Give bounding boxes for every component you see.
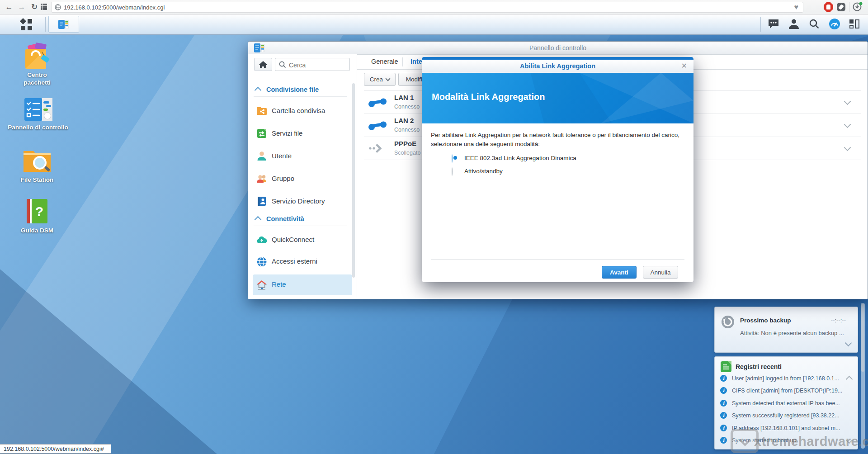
browser-url-bar[interactable]: 192.168.0.102:5000/webman/index.cgi ♥ xyxy=(51,2,803,13)
browser-back-icon[interactable]: ← xyxy=(4,2,14,12)
chevron-down-icon[interactable] xyxy=(844,98,851,105)
tab-general[interactable]: Generale xyxy=(371,58,398,65)
pppoe-icon xyxy=(368,142,387,154)
main-menu-button[interactable] xyxy=(14,16,40,32)
icon-label[interactable]: Guida DSM xyxy=(5,227,69,235)
chevron-down-icon[interactable] xyxy=(845,340,852,347)
feedly-extension-icon[interactable] xyxy=(837,3,845,11)
home-button[interactable] xyxy=(254,58,272,71)
user-menu-button[interactable] xyxy=(788,19,799,31)
create-button[interactable]: Crea xyxy=(364,73,396,86)
dialog-description: Per abilitare Link Aggregation per la ne… xyxy=(431,131,689,149)
browser-forward-icon[interactable]: → xyxy=(16,2,27,12)
interface-status: Connesso xyxy=(394,127,420,133)
control-panel-icon xyxy=(24,98,53,121)
external-access-icon xyxy=(256,256,268,268)
sidebar-scrollbar[interactable] xyxy=(352,83,355,278)
download-extension-icon[interactable] xyxy=(853,2,863,12)
sidebar-item-directory-service[interactable]: Servizio Directory xyxy=(248,190,357,212)
dialog-titlebar[interactable]: Abilita Link Aggregation ✕ xyxy=(422,60,693,73)
sidebar-section-label[interactable]: Condivisione file xyxy=(266,86,319,93)
bookmark-heart-icon[interactable]: ♥ xyxy=(794,3,799,11)
search-icon xyxy=(279,61,286,68)
window-sidebar: Condivisione file Cartella condivisa Ser… xyxy=(248,54,357,298)
logs-icon xyxy=(720,361,732,373)
browser-reload-icon[interactable]: ↻ xyxy=(29,2,40,12)
chevron-down-icon[interactable] xyxy=(844,121,851,128)
widget-panel-scrollbar[interactable] xyxy=(861,303,865,449)
log-text: User [admin] logged in from [192.168.0.1… xyxy=(732,375,839,382)
window-titlebar[interactable]: Pannello di controllo ? – □ ✕ xyxy=(248,42,868,55)
adblock-extension-icon[interactable] xyxy=(824,2,833,12)
package-center-icon xyxy=(23,43,52,71)
radio-label[interactable]: Attivo/standby xyxy=(464,168,503,175)
backup-widget-title: Prossimo backup xyxy=(740,317,791,324)
backup-next-time: --:--:-- xyxy=(831,317,846,324)
log-text: System detected that external IP has bee… xyxy=(732,400,840,407)
sidebar-item-network-selected[interactable]: Rete xyxy=(253,274,352,295)
browser-status-tooltip: 192.168.0.102:5000/webman/index.cgi# xyxy=(0,444,111,454)
lan-link-icon xyxy=(368,97,387,108)
sidebar-item-label[interactable]: Gruppo xyxy=(272,175,294,182)
radio-label[interactable]: IEEE 802.3ad Link Aggregation Dinamica xyxy=(464,155,576,161)
cancel-button[interactable]: Annulla xyxy=(643,266,678,279)
radio-option-active-standby[interactable]: Attivo/standby xyxy=(452,168,453,176)
sidebar-section-label[interactable]: Connettività xyxy=(266,215,304,222)
sidebar-item-label[interactable]: Rete xyxy=(272,280,286,288)
home-icon xyxy=(259,61,268,69)
interface-status: Scollegato xyxy=(394,150,420,156)
chevron-down-icon[interactable] xyxy=(844,144,851,151)
lan-link-icon xyxy=(368,120,387,131)
sidebar-search-box[interactable] xyxy=(275,58,350,71)
icon-label[interactable]: File Station xyxy=(5,176,69,184)
dialog-heading: Modalità Link Aggregation xyxy=(432,92,545,102)
sidebar-item-user[interactable]: Utente xyxy=(248,145,357,167)
system-health-button[interactable] xyxy=(829,18,840,32)
sidebar-item-group[interactable]: Gruppo xyxy=(248,168,357,189)
icon-label[interactable]: Pannello di controllo xyxy=(2,124,74,132)
search-icon xyxy=(809,19,820,29)
widgets-button[interactable] xyxy=(849,19,860,31)
radio-option-dynamic[interactable]: IEEE 802.3ad Link Aggregation Dinamica xyxy=(452,155,453,163)
backup-activity-text: Attività: Non è presente alcun backup ..… xyxy=(740,330,844,336)
notifications-button[interactable] xyxy=(768,19,779,31)
sidebar-item-label[interactable]: Accessi esterni xyxy=(272,257,317,265)
radio-unselected-icon[interactable] xyxy=(452,167,453,176)
search-button[interactable] xyxy=(809,19,820,31)
logs-widget-title: Registri recenti xyxy=(736,363,782,370)
browser-apps-grid-icon[interactable] xyxy=(41,4,47,10)
quickconnect-icon xyxy=(256,234,268,246)
network-icon xyxy=(256,279,268,291)
sidebar-item-quickconnect[interactable]: QuickConnect xyxy=(248,230,357,251)
interface-name: PPPoE xyxy=(394,140,416,147)
sidebar-item-file-services[interactable]: Servizi file xyxy=(248,123,357,144)
sidebar-item-label[interactable]: Utente xyxy=(272,152,292,160)
control-panel-mini-icon xyxy=(58,20,69,29)
sidebar-item-shared-folder[interactable]: Cartella condivisa xyxy=(248,100,357,122)
dialog-close-icon[interactable]: ✕ xyxy=(681,61,687,70)
browser-url-text[interactable]: 192.168.0.102:5000/webman/index.cgi xyxy=(64,4,165,11)
chevron-down-icon xyxy=(385,76,390,81)
icon-label[interactable]: Centro pacchetti xyxy=(14,71,60,87)
chevron-up-icon[interactable] xyxy=(846,376,853,383)
user-icon xyxy=(256,150,268,162)
sidebar-item-wireless[interactable]: Wireless xyxy=(248,297,357,298)
section-collapse-icon[interactable] xyxy=(255,86,260,95)
interface-name: LAN 2 xyxy=(394,117,414,124)
sidebar-item-label[interactable]: QuickConnect xyxy=(272,236,314,243)
radio-selected-icon[interactable] xyxy=(452,154,453,163)
search-input[interactable] xyxy=(288,60,349,70)
info-icon: i xyxy=(720,400,727,407)
sidebar-item-external-access[interactable]: Accessi esterni xyxy=(248,251,357,272)
shared-folder-icon xyxy=(256,105,268,117)
person-icon xyxy=(788,19,799,29)
toolbar-divider xyxy=(849,2,849,12)
section-collapse-icon[interactable] xyxy=(255,216,260,224)
log-text: System successfully registered [93.38.22… xyxy=(732,412,840,419)
next-button[interactable]: Avanti xyxy=(602,266,637,279)
sidebar-item-label[interactable]: Cartella condivisa xyxy=(272,107,325,114)
gauge-icon xyxy=(829,18,840,30)
sidebar-item-label[interactable]: Servizio Directory xyxy=(272,197,325,205)
sidebar-item-label[interactable]: Servizi file xyxy=(272,129,302,137)
taskbar-control-panel-button[interactable] xyxy=(48,16,79,33)
